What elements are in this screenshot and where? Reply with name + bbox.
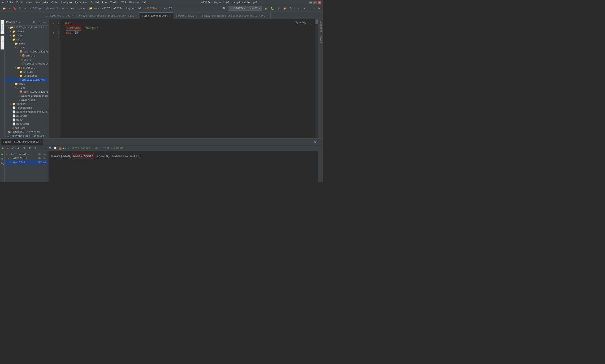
project-icon-btn[interactable]: P r o j <box>0 20 4 34</box>
prev-fail-btn[interactable]: ↑ <box>39 146 43 150</box>
tree-item-resources[interactable]: ▾ 📁 resources <box>5 66 48 70</box>
maximize-button[interactable]: □ <box>313 1 317 4</box>
menu-run[interactable]: Run <box>101 0 108 4</box>
collapse-btn[interactable]: − <box>23 6 27 11</box>
test-test02[interactable]: ✓ test02() 200 ms <box>5 160 48 164</box>
filter-btn[interactable]: 🔍 <box>49 146 53 150</box>
tree-item-static[interactable]: ▶ 📁 static <box>5 70 48 74</box>
breadcrumb-item-2[interactable]: test <box>69 7 76 10</box>
tree-item-a1207test[interactable]: T a1207Test <box>5 98 48 102</box>
close-button[interactable]: ✕ <box>318 1 321 4</box>
coverage-button[interactable]: ☂ <box>276 6 281 11</box>
push-button[interactable]: ↑ <box>309 6 313 11</box>
scrollbar-area[interactable] <box>315 19 318 138</box>
close-icon[interactable]: × <box>40 141 41 143</box>
code-editor[interactable]: user: username : zhangsan age : 18 <box>60 19 315 138</box>
menu-build[interactable]: Build <box>90 0 100 4</box>
breadcrumb-item-8[interactable]: test02 <box>163 7 172 10</box>
tree-item-extlib[interactable]: ▶ 📚 External Libraries <box>5 130 48 134</box>
export-btn[interactable]: 📋 <box>53 146 57 150</box>
vcs-button[interactable]: ⑂ <box>296 6 301 11</box>
menu-edit[interactable]: Edit <box>15 0 24 4</box>
run-left-btn[interactable]: ▶ <box>0 152 4 156</box>
minimize-run-btn[interactable]: — <box>318 140 323 144</box>
tree-item-help[interactable]: ▶ 📄 HELP.md <box>5 114 48 118</box>
tree-item-main[interactable]: ▾ 📁 main <box>5 42 48 46</box>
menu-window[interactable]: Window <box>128 0 140 4</box>
scroll-thumb[interactable] <box>316 19 318 24</box>
breadcrumb-item-0[interactable]: a1207springbootch2 <box>30 7 58 10</box>
tests-link[interactable]: 1 of 1 test <box>92 146 109 150</box>
run-button[interactable]: ▶ <box>264 6 269 11</box>
run-config[interactable]: ☕ a1207Test.test02 ▾ <box>228 6 262 11</box>
breadcrumb-item-7[interactable]: a1207Test <box>145 7 159 10</box>
database-tab[interactable]: Database <box>318 19 323 34</box>
export2-btn[interactable]: 📤 <box>58 146 62 150</box>
test-results-root[interactable]: ✓ ▾ Test Results 200 ms <box>5 152 48 156</box>
more-btn[interactable]: ▸▸ <box>63 146 67 150</box>
project-view-btn[interactable]: 📁 <box>2 6 7 11</box>
collapse-all-run-btn[interactable]: ⊟ <box>28 146 32 150</box>
tree-item-mvnwcmd[interactable]: ▶ 📄 mvnw.cmd <box>5 122 48 126</box>
tree-item-test[interactable]: ▾ 📁 test <box>5 82 48 86</box>
settings-gear-btn[interactable]: ⚙ <box>316 6 321 11</box>
tree-item-users[interactable]: C Users <box>5 58 48 62</box>
breadcrumb-item-1[interactable]: src <box>62 7 66 10</box>
rerun-button[interactable]: ▶ <box>1 146 5 150</box>
tree-item-yml[interactable]: ▶ Y application.yml <box>5 78 48 82</box>
menu-tools[interactable]: Tools <box>109 0 119 4</box>
tree-item-pom[interactable]: ▶ X pom.xml <box>5 126 48 130</box>
close-icon[interactable]: × <box>195 14 197 17</box>
run-tab[interactable]: ▶ Run: a1207Test.test02 × <box>1 139 43 145</box>
settings-run-btn[interactable]: ⚙ <box>313 140 318 144</box>
menu-help[interactable]: Help <box>141 0 150 4</box>
settings-btn[interactable]: ⚙ <box>17 6 22 11</box>
breadcrumb-item-5[interactable]: a1207 <box>102 7 110 10</box>
sort-alpha-btn[interactable]: A↓ <box>17 146 21 150</box>
breadcrumb-item-3[interactable]: java <box>79 7 86 10</box>
sync-btn[interactable]: ↕ <box>26 20 31 25</box>
stop-button[interactable]: ■ <box>6 146 10 150</box>
breadcrumb-item-6[interactable]: a1207springbootch2 <box>113 7 141 10</box>
tree-item-apptests[interactable]: T A1207springbootch2ApplicationTests <box>5 94 48 98</box>
build-button[interactable]: 🔨 <box>288 6 293 11</box>
structure-btn[interactable]: ≡ <box>7 6 12 11</box>
profile-button[interactable]: ⚡ <box>282 6 287 11</box>
collapse-all-btn[interactable]: ⊟ <box>32 20 36 25</box>
tab-application-yml[interactable]: Y application.yml × <box>140 13 173 19</box>
tree-item-iml[interactable]: ▶ 📄 a1207springbootch2.iml <box>5 110 48 114</box>
editor-area[interactable]: ⊕ 1 2 ⊕ 3 4 user: username <box>49 19 318 138</box>
tab-a1207app[interactable]: J A1207springbootch2Application.java × <box>76 13 140 19</box>
menu-file[interactable]: File <box>5 0 14 4</box>
tree-item-scratches[interactable]: ▶ ✏ Scratches and Consoles <box>5 134 48 138</box>
structure-icon-btn[interactable]: S t r <box>0 36 4 50</box>
close-sidebar-btn[interactable]: — <box>42 20 47 25</box>
restart-button[interactable]: ↺ <box>10 146 15 150</box>
menu-analyze[interactable]: Analyze <box>59 0 73 4</box>
minimize-button[interactable]: ─ <box>309 1 312 4</box>
tab-users[interactable]: J Users.java × <box>173 13 199 19</box>
tree-item-test-package[interactable]: ▾ 📦 com.a1207.a1207springbootch2 <box>5 90 48 94</box>
tree-item-mvnw[interactable]: ▶ 📄 mvnw <box>5 118 48 122</box>
bookmark-btn[interactable]: 🔖 <box>12 6 17 11</box>
test-a1207test[interactable]: ✓ ▾ a1207Test 200 ms <box>5 156 48 160</box>
wrench-btn[interactable]: 🔧 <box>0 162 4 166</box>
tree-item-mvn[interactable]: ▶ 📁 .mvn <box>5 34 48 38</box>
tab-apptests[interactable]: J A1207springbootch2ApplicationTests.jav… <box>199 13 270 19</box>
tab-a1207test[interactable]: J A1207Test.java × <box>44 13 76 19</box>
sort-duration-btn[interactable]: ⏱ <box>22 146 26 150</box>
tree-item-target[interactable]: ▶ 📁 target <box>5 102 48 106</box>
tree-item-entity[interactable]: ▾ 📦 entity <box>5 54 48 58</box>
close-icon[interactable]: × <box>267 14 268 17</box>
tree-item-root[interactable]: ▾ 📁 a1207springbootch2 D:\JavaEnterprise… <box>5 26 48 29</box>
debug-button[interactable]: 🐛 <box>270 6 275 11</box>
tree-item-a1207app[interactable]: S A1207springbootch2Application <box>5 62 48 66</box>
tree-item-package[interactable]: ▾ 📦 com.a1207.a1207springbootch2 <box>5 50 48 54</box>
options-btn[interactable]: ⋮ <box>37 20 42 25</box>
close-icon[interactable]: × <box>72 14 73 17</box>
tree-item-idea[interactable]: ▶ 📁 .idea <box>5 29 48 34</box>
tree-item-gitignore[interactable]: ▶ 📄 .gitignore <box>5 106 48 110</box>
settings-left-btn[interactable]: ⚙ <box>0 157 4 161</box>
menu-refactor[interactable]: Refactor <box>74 0 89 4</box>
tree-item-test-java[interactable]: ▾ ☕ java <box>5 86 48 90</box>
